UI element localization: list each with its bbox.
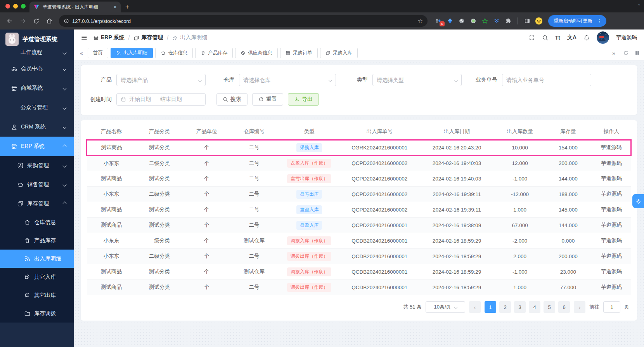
browser-tab[interactable]: 芋道管理系统 - 出入库明细 × xyxy=(29,2,121,12)
minimize-window-button[interactable] xyxy=(13,4,18,9)
extensions-puzzle-icon[interactable] xyxy=(504,17,512,25)
collapse-sidebar-icon[interactable] xyxy=(81,34,88,41)
maximize-window-button[interactable] xyxy=(21,4,26,9)
user-avatar[interactable] xyxy=(597,31,609,44)
font-size-icon[interactable]: Tt xyxy=(555,35,560,41)
tab-label: 供应商信息 xyxy=(248,50,272,56)
sidebar-item-member[interactable]: 会员中心 xyxy=(0,59,74,78)
browser-menu-icon[interactable]: ⋮ xyxy=(596,18,604,24)
extension-green-dot-icon[interactable] xyxy=(469,17,477,25)
next-page-button[interactable]: › xyxy=(574,301,585,313)
warehouse-select-input[interactable] xyxy=(243,77,327,83)
sidebar-item-other-out[interactable]: 其它出库 xyxy=(0,286,74,304)
close-tab-icon[interactable]: × xyxy=(114,4,117,10)
tab-stock-record[interactable]: 出入库明细 xyxy=(111,48,153,58)
tags-scroll-right-icon[interactable]: » xyxy=(610,50,618,56)
reset-button[interactable]: 重置 xyxy=(252,93,283,106)
type-badge: 盘盈入库 xyxy=(296,221,322,230)
settings-float-button[interactable] xyxy=(632,194,644,208)
page-button-4[interactable]: 4 xyxy=(529,301,540,313)
page-button-6[interactable]: 6 xyxy=(558,301,570,313)
browser-home-button[interactable] xyxy=(43,15,55,27)
sidebar-item-label: CRM 系统 xyxy=(21,123,46,130)
tab-purchase-order[interactable]: 采购订单 xyxy=(280,48,318,58)
sidebar-item-sales[interactable]: 销售管理 xyxy=(0,175,74,194)
user-name[interactable]: 芋道源码 xyxy=(616,34,637,41)
product-select-input[interactable] xyxy=(121,77,196,83)
sidebar-item-crm[interactable]: CRM 系统 xyxy=(0,117,74,137)
bizno-input-wrap[interactable] xyxy=(502,74,591,86)
warehouse-select[interactable] xyxy=(239,74,336,86)
search-icon xyxy=(542,35,548,41)
breadcrumb-item-record[interactable]: 出入库明细 xyxy=(172,34,207,41)
extension-kite-icon[interactable] xyxy=(446,17,454,25)
bookmark-star-icon[interactable]: ☆ xyxy=(418,17,423,24)
prev-page-button[interactable]: ‹ xyxy=(469,301,481,313)
reload-button[interactable] xyxy=(30,15,42,27)
export-button[interactable]: 导出 xyxy=(288,93,319,106)
breadcrumb-item-erp[interactable]: ERP 系统 xyxy=(93,34,124,41)
search-icon[interactable] xyxy=(542,35,548,41)
translate-icon[interactable]: 文A xyxy=(567,34,576,41)
sidebar-item-erp[interactable]: ERP 系统 xyxy=(0,137,74,156)
cell: 芋道源码 xyxy=(592,171,631,186)
sidebar-item-mp[interactable]: 公众号管理 xyxy=(0,98,74,117)
page-button-3[interactable]: 3 xyxy=(514,301,526,313)
type-select[interactable] xyxy=(372,74,462,86)
chevron-down-icon xyxy=(454,78,458,82)
sidebar-item-purchase[interactable]: 采购管理 xyxy=(0,156,74,175)
forward-button[interactable] xyxy=(17,15,29,27)
type-select-input[interactable] xyxy=(377,77,452,83)
refresh-page-icon[interactable] xyxy=(623,50,629,56)
page-button-1[interactable]: 1 xyxy=(485,301,496,313)
close-window-button[interactable] xyxy=(5,4,10,9)
extension-pinwheel-icon[interactable] xyxy=(458,17,466,25)
fullscreen-icon[interactable] xyxy=(529,35,535,41)
cell: 芋道源码 xyxy=(592,248,631,264)
page-button-5[interactable]: 5 xyxy=(544,301,555,313)
site-info-icon[interactable] xyxy=(64,18,69,24)
side-panel-icon[interactable] xyxy=(523,17,531,25)
sidebar-item-stock-move[interactable]: 库存调拨 xyxy=(0,304,74,323)
sidebar-item-product-stock[interactable]: 产品库存 xyxy=(0,231,74,250)
back-button[interactable] xyxy=(4,15,16,27)
notifications-bell-icon[interactable] xyxy=(583,35,590,41)
tab-supplier[interactable]: 供应商信息 xyxy=(235,48,278,58)
page-content: 产品 仓库 类型 业务单号 xyxy=(74,60,644,347)
tags-menu-icon[interactable] xyxy=(634,50,640,56)
url-bar[interactable]: 127.0.0.1/erp/stock/record ☆ xyxy=(59,15,428,27)
search-button[interactable]: 搜索 xyxy=(216,93,248,106)
page-button-2[interactable]: 2 xyxy=(499,301,511,313)
sidebar-item-stock[interactable]: 库存管理 xyxy=(0,194,74,213)
tab-product-stock[interactable]: 产品库存 xyxy=(195,48,233,58)
sidebar-item-mall[interactable]: 商城系统 xyxy=(0,78,74,98)
product-select[interactable] xyxy=(116,74,206,86)
sidebar-item-stock-record[interactable]: 出入库明细 xyxy=(0,250,74,268)
tags-scroll-left-icon[interactable]: « xyxy=(78,50,85,56)
browser-update-button[interactable]: 重新启动即可更新 ⋮ xyxy=(548,15,606,27)
breadcrumb: ERP 系统/库存管理/出入库明细 xyxy=(93,34,207,41)
sidebar-item-workflow[interactable]: 工作流程 xyxy=(0,46,74,59)
cell: 测试仓库 xyxy=(230,233,278,248)
date-range-picker[interactable]: 开始日期 – 结束日期 xyxy=(116,93,206,106)
sidebar-item-other-in[interactable]: 其它入库 xyxy=(0,268,74,286)
profile-avatar-icon[interactable] xyxy=(535,17,543,25)
extension-star-icon[interactable] xyxy=(481,17,489,25)
tab-purchase-in[interactable]: 采购入库 xyxy=(320,48,358,58)
tab-home[interactable]: 首页 xyxy=(88,48,108,58)
cell: 2024-02-16 19:40:03 xyxy=(418,155,495,171)
tab-strip-caret-icon[interactable]: ⌄ xyxy=(637,2,641,7)
extension-double-chevron-icon[interactable] xyxy=(493,17,500,25)
cell: 个 xyxy=(183,140,230,155)
new-tab-button[interactable]: + xyxy=(125,3,129,11)
tab-warehouse-info[interactable]: 仓库信息 xyxy=(155,48,193,58)
sidebar-item-warehouse-info[interactable]: 仓库信息 xyxy=(0,213,74,231)
extension-tag-manager-icon[interactable]: 6 xyxy=(435,17,442,25)
bizno-input[interactable] xyxy=(506,77,587,83)
date-separator: – xyxy=(154,96,157,102)
breadcrumb-item-inventory[interactable]: 库存管理 xyxy=(133,34,163,41)
sidebar-logo-row[interactable]: 芋道管理系统 xyxy=(0,29,74,48)
goto-page-input[interactable] xyxy=(603,301,620,313)
page-size-select[interactable]: 10条/页 xyxy=(426,301,465,313)
gear-icon xyxy=(635,198,641,204)
